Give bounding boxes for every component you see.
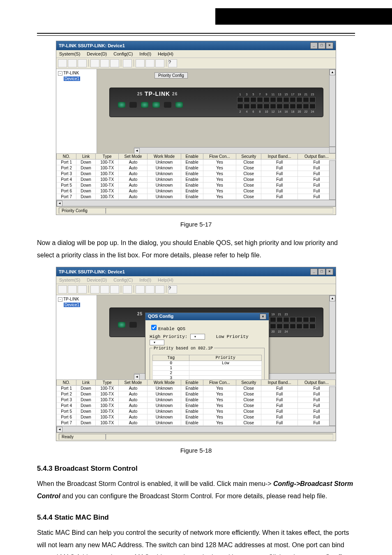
tool2-9[interactable] <box>145 285 154 294</box>
port-jack[interactable] <box>270 104 276 109</box>
tool2-7[interactable] <box>123 285 132 294</box>
tool2-1[interactable] <box>58 285 67 294</box>
table-row[interactable]: Port 1Down100-TXAutoUnknownEnableYesClos… <box>57 160 336 165</box>
port-jack[interactable] <box>277 97 283 102</box>
dialog-close[interactable]: × <box>260 314 266 319</box>
col-header[interactable]: NO. <box>57 154 76 160</box>
port-jack[interactable] <box>283 317 289 322</box>
tool-5[interactable] <box>100 59 109 67</box>
tree-device1-2[interactable]: Device1 <box>64 303 80 307</box>
port-jack[interactable] <box>277 324 283 329</box>
high-priority-select[interactable]: ▾ <box>190 334 205 340</box>
tool2-help[interactable]: ? <box>168 285 177 294</box>
port-jack[interactable] <box>309 104 316 109</box>
table-row[interactable]: Port 5Down100-TXAutoUnknownEnableYesClos… <box>57 183 336 188</box>
table-row[interactable]: Port 2Down100-TXAutoUnknownEnableYesClos… <box>57 391 336 397</box>
vscroll-2[interactable]: ▲ <box>329 295 336 373</box>
tool2-10[interactable] <box>155 285 164 294</box>
col-header[interactable]: Enable <box>181 154 203 160</box>
tool-save[interactable] <box>78 59 87 67</box>
port-jack[interactable] <box>290 317 296 322</box>
port-jack[interactable] <box>237 104 243 109</box>
close-button-2[interactable]: × <box>326 268 333 275</box>
tool-7[interactable] <box>123 59 132 67</box>
port-jack[interactable] <box>250 97 256 102</box>
menu-info[interactable]: Info(I) <box>138 51 152 57</box>
table-hscroll-2[interactable]: ◄ <box>56 426 336 432</box>
priority-row[interactable]: 1 <box>153 365 262 370</box>
port-jack[interactable] <box>309 97 316 102</box>
tree-root-2[interactable]: TP-LINK <box>63 297 79 301</box>
tool2-2[interactable] <box>68 285 77 294</box>
table-row[interactable]: Port 5Down100-TXAutoUnknownEnableYesClos… <box>57 408 336 414</box>
tool-open[interactable] <box>68 59 77 67</box>
tree-collapse-icon[interactable]: - <box>58 71 62 76</box>
port-jack[interactable] <box>277 317 283 322</box>
port-jack[interactable] <box>263 104 270 109</box>
priority-row[interactable]: 0Low <box>153 361 262 365</box>
tool2-4[interactable] <box>90 285 99 294</box>
col-header[interactable]: Security <box>236 379 261 385</box>
port-jack[interactable] <box>303 324 309 329</box>
enable-qos-checkbox[interactable] <box>151 325 157 330</box>
port-jack[interactable] <box>283 97 289 102</box>
port-jack[interactable] <box>270 324 276 329</box>
hscroll[interactable]: ◄ <box>134 147 336 153</box>
table-row[interactable]: Port 7Down100-TXAutoUnknownEnableYesClos… <box>57 194 336 200</box>
tool2-6[interactable] <box>110 285 119 294</box>
tool2-8[interactable] <box>136 285 145 294</box>
priority-row[interactable]: 2 <box>153 370 262 375</box>
col-header[interactable]: Work Mode <box>148 154 181 160</box>
port-jack[interactable] <box>257 97 263 102</box>
tool-4[interactable] <box>90 59 99 67</box>
port-jack[interactable] <box>309 317 316 322</box>
table-row[interactable]: Port 1Down100-TXAutoUnknownEnableYesClos… <box>57 385 336 391</box>
port-jack[interactable] <box>283 104 289 109</box>
port-jack[interactable] <box>303 317 309 322</box>
tree-root[interactable]: TP-LINK <box>63 71 79 75</box>
table-row[interactable]: Port 4Down100-TXAutoUnknownEnableYesClos… <box>57 402 336 408</box>
port-jack[interactable] <box>296 317 302 322</box>
low-priority-select[interactable]: ▾ <box>150 340 164 345</box>
port-jack[interactable] <box>290 97 296 102</box>
port-jack[interactable] <box>283 324 289 329</box>
port-jack[interactable] <box>250 104 256 109</box>
port-jack[interactable] <box>290 104 296 109</box>
col-header[interactable]: Work Mode <box>148 379 181 385</box>
tool-new[interactable] <box>58 59 67 67</box>
col-header[interactable]: Set Mode <box>119 154 148 160</box>
col-header[interactable]: NO. <box>57 379 76 385</box>
port-jack[interactable] <box>290 324 296 329</box>
col-header[interactable]: Set Mode <box>119 379 148 385</box>
table-row[interactable]: Port 2Down100-TXAutoUnknownEnableYesClos… <box>57 165 336 171</box>
port-jack[interactable] <box>296 324 302 329</box>
maximize-button[interactable]: □ <box>318 42 325 49</box>
vscroll[interactable]: ▲ <box>329 69 336 147</box>
menu-system[interactable]: System(S) <box>58 51 81 57</box>
port-jack[interactable] <box>277 104 283 109</box>
port-jack[interactable] <box>296 104 302 109</box>
port-jack[interactable] <box>303 97 309 102</box>
table-row[interactable]: Port 6Down100-TXAutoUnknownEnableYesClos… <box>57 414 336 420</box>
table-row[interactable]: Port 4Down100-TXAutoUnknownEnableYesClos… <box>57 177 336 183</box>
table-vscroll[interactable] <box>329 160 336 200</box>
tool-8[interactable] <box>136 59 145 67</box>
minimize-button-2[interactable]: _ <box>310 268 318 275</box>
port-jack[interactable] <box>237 97 243 102</box>
col-header[interactable]: Enable <box>181 379 203 385</box>
table-row[interactable]: Port 6Down100-TXAutoUnknownEnableYesClos… <box>57 188 336 194</box>
col-header[interactable]: Link <box>76 379 96 385</box>
port-jack[interactable] <box>263 97 270 102</box>
col-header[interactable]: Link <box>76 154 96 160</box>
port-jack[interactable] <box>296 97 302 102</box>
port-jack[interactable] <box>270 97 276 102</box>
tool2-5[interactable] <box>100 285 109 294</box>
tool-help[interactable]: ? <box>168 59 177 67</box>
col-header[interactable]: Input Band... <box>261 154 298 160</box>
maximize-button-2[interactable]: □ <box>318 268 325 275</box>
col-header[interactable]: Flow Con... <box>203 154 236 160</box>
priority-config-button[interactable]: Priority Config <box>154 72 188 79</box>
tool-10[interactable] <box>155 59 164 67</box>
col-header[interactable]: Type <box>95 379 118 385</box>
tree-device1[interactable]: Device1 <box>64 76 80 81</box>
